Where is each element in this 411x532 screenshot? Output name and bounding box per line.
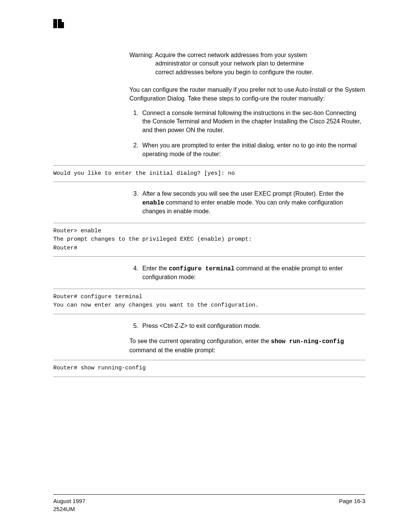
steps-list-b: After a few seconds you will see the use… bbox=[129, 190, 365, 216]
footer-doc: 2524UM bbox=[53, 505, 85, 513]
warning-line3: correct addresses before you begin to co… bbox=[129, 68, 365, 77]
code-block-3: Router# configure terminal You can now e… bbox=[53, 289, 365, 314]
footer-page: Page 16-3 bbox=[339, 497, 365, 513]
code-block-1: Would you like to enter the initial dial… bbox=[53, 165, 365, 182]
warning-line1: Acquire the correct network addresses fr… bbox=[155, 52, 307, 58]
tail-paragraph: To see the current operating configurati… bbox=[129, 337, 365, 355]
warning-line2: administrator or consult your network pl… bbox=[129, 59, 365, 68]
step-3-text-b: command to enter enable mode. You can on… bbox=[142, 199, 343, 214]
step-4-text-a: Enter the bbox=[142, 265, 169, 272]
step-5: Press <Ctrl-Z-Z> to exit configuration m… bbox=[140, 322, 365, 330]
configure-terminal-command: configure terminal bbox=[169, 265, 234, 272]
intro-paragraph: You can configure the router manually if… bbox=[129, 86, 365, 103]
warning-label: Warning: bbox=[129, 52, 153, 58]
step-1: Connect a console terminal following the… bbox=[140, 109, 365, 134]
code-block-4: Router# show running-config bbox=[53, 360, 365, 377]
enable-command: enable bbox=[142, 200, 164, 206]
show-running-config-command: show run-ning-config bbox=[271, 338, 344, 345]
logo-icon bbox=[53, 19, 67, 28]
step-3-text-a: After a few seconds you will see the use… bbox=[142, 190, 344, 197]
tail-text-b: command at the enable prompt: bbox=[129, 347, 215, 353]
step-2: When you are prompted to enter the initi… bbox=[140, 141, 365, 158]
footer-date: August 1997 bbox=[53, 497, 85, 505]
page-header bbox=[53, 19, 365, 28]
steps-list-c: Enter the configure terminal command at … bbox=[129, 264, 365, 282]
step-3: After a few seconds you will see the use… bbox=[140, 190, 365, 216]
page-footer: August 1997 2524UM Page 16-3 bbox=[53, 494, 365, 513]
warning-block: Warning: Acquire the correct network add… bbox=[129, 51, 365, 77]
step-4: Enter the configure terminal command at … bbox=[140, 264, 365, 282]
tail-text-a: To see the current operating configurati… bbox=[129, 338, 271, 344]
steps-list-a: Connect a console terminal following the… bbox=[129, 109, 365, 158]
code-block-2: Router> enable The prompt changes to the… bbox=[53, 223, 365, 257]
steps-list-d: Press <Ctrl-Z-Z> to exit configuration m… bbox=[129, 322, 365, 330]
